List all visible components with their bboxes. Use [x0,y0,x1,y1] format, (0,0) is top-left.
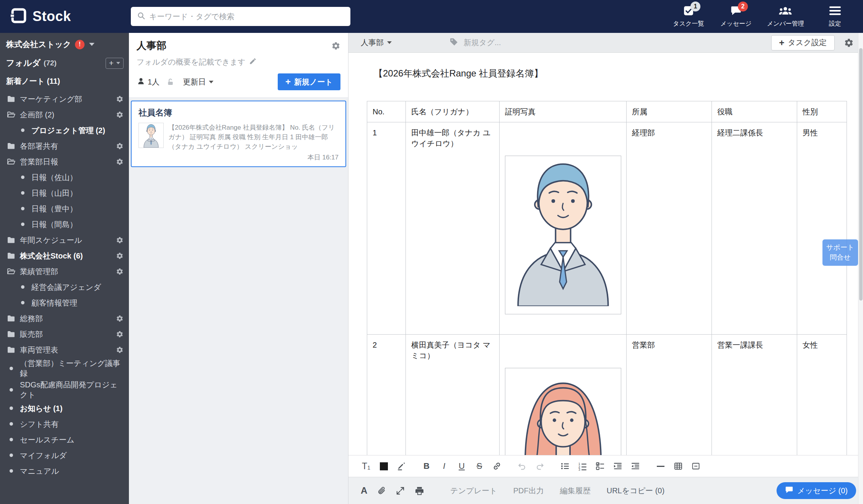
attachment-icon[interactable] [377,486,386,495]
sidebar-folder-item[interactable]: マーケティング部 [0,91,129,107]
outdent-icon[interactable] [629,460,642,472]
sidebar-note-item[interactable]: 日報（佐山） [0,169,129,185]
fullscreen-icon[interactable] [396,486,405,495]
nav-member-management[interactable]: メンバー管理 [767,5,804,28]
template-button[interactable]: テンプレート [450,486,497,496]
global-search[interactable] [131,7,350,26]
sidebar-folder-item[interactable]: 年間スケジュール [0,232,129,248]
message-button[interactable]: メッセージ (0) [777,482,856,499]
sidebar-folder-item[interactable]: 総務部 [0,311,129,326]
indent-icon[interactable] [612,460,624,472]
bold-icon[interactable]: B [420,460,433,472]
vertical-scrollbar[interactable] [858,33,863,504]
sidebar-folder-item[interactable]: 販売部 [0,326,129,342]
nav-task-list[interactable]: 1 タスク一覧 [672,5,705,28]
member-count[interactable]: 1人 [148,77,160,87]
nav-label: メンバー管理 [767,20,804,28]
bullet-list-icon[interactable] [559,460,571,472]
table-header-row: No. 氏名（フリガナ） 証明写真 所属 役職 性別 [367,101,847,122]
gear-icon[interactable] [116,142,124,150]
undo-icon[interactable] [516,460,528,472]
folder-description[interactable]: フォルダの概要を記載できます [137,57,340,67]
sidebar-note-item[interactable]: プロジェクト管理 (2) [0,122,129,138]
folder-icon [6,314,16,323]
sidebar-item-label: 日報（間島） [31,219,124,229]
sidebar-note-item[interactable]: SDGs配慮商品開発プロジェクト [0,379,129,400]
redo-icon[interactable] [534,460,546,472]
gear-icon[interactable] [116,268,124,275]
sidebar-item-label: マーケティング部 [20,94,110,104]
gear-icon[interactable] [116,158,124,166]
task-settings-button[interactable]: + タスク設定 [771,35,835,50]
sidebar-note-item[interactable]: （営業部）ミーティング議事録 [0,358,129,379]
checklist-icon[interactable] [594,460,606,472]
font-style-icon[interactable]: A [361,485,367,496]
sidebar-note-item[interactable]: 経営会議アジェンダ [0,279,129,295]
highlighter-icon[interactable] [395,460,407,472]
gear-icon[interactable] [844,38,854,48]
sidebar-folder-item[interactable]: 営業部日報 [0,154,129,169]
copy-url-button[interactable]: URLをコピー (0) [607,486,664,496]
search-input[interactable] [149,12,344,21]
sidebar-note-item[interactable]: セールスチーム [0,432,129,447]
folder-icon [6,94,16,104]
support-contact-button[interactable]: サポート 問合せ [822,239,858,266]
sidebar-folder-item[interactable]: 業績管理部 [0,263,129,279]
folder-select[interactable]: 人事部 [361,37,392,48]
sidebar-note-item[interactable]: 顧客情報管理 [0,295,129,311]
horizontal-rule-icon[interactable] [655,460,667,472]
sidebar-note-item[interactable]: お知らせ (1) [0,400,129,416]
sidebar-note-item[interactable]: マイフォルダ [0,447,129,463]
font-color-icon[interactable] [378,460,390,472]
ordered-list-icon[interactable]: 123 [576,460,589,472]
scrollbar-thumb[interactable] [859,48,863,301]
sidebar-folder-item[interactable]: 株式会社Stock (6) [0,248,129,263]
pdf-export-button[interactable]: PDF出力 [513,486,544,496]
underline-icon[interactable]: U [456,460,468,472]
new-notes-link[interactable]: 新着ノート (11) [0,71,129,90]
link-icon[interactable] [491,460,503,472]
organization-selector[interactable]: 株式会社ストック ! [0,34,129,52]
cell-name: 田中雄一郎（タナカ ユウイチロウ） [406,122,500,335]
table-icon[interactable] [672,460,684,472]
note-card-selected[interactable]: 社員名簿 【2026年株式会社Range 社員登録名簿】 No. 氏名（フリガナ… [131,101,346,167]
gear-icon[interactable] [116,315,124,322]
gear-icon[interactable] [116,346,124,354]
gear-icon[interactable] [116,95,124,103]
italic-icon[interactable]: I [438,460,450,472]
strikethrough-icon[interactable]: S [473,460,485,472]
note-bullet-icon [18,301,28,304]
gear-icon[interactable] [116,330,124,338]
sidebar-note-item[interactable]: 日報（間島） [0,216,129,232]
sidebar-note-item[interactable]: シフト共有 [0,416,129,432]
sidebar-item-label: マニュアル [20,466,124,476]
add-folder-button[interactable]: + [106,58,124,69]
sidebar-note-item[interactable]: 日報（豊中） [0,201,129,216]
gear-icon[interactable] [116,252,124,260]
gear-icon[interactable] [331,41,340,50]
col-header-name: 氏名（フリガナ） [406,101,500,122]
edit-history-button[interactable]: 編集履歴 [560,486,591,496]
sort-selector[interactable]: 更新日 [183,77,213,87]
stock-app: Stock 1 タスク一覧 [0,0,863,504]
sidebar-folder-item[interactable]: 企画部 (2) [0,107,129,122]
note-bullet-icon [18,223,28,226]
cell-gender: 男性 [797,122,847,335]
lock-open-icon[interactable] [166,78,174,86]
gear-icon[interactable] [116,111,124,119]
sidebar-folder-item[interactable]: 車両管理表 [0,342,129,358]
document-body[interactable]: 【2026年株式会社Range 社員登録名簿】 No. 氏名（フリガナ） 証明写… [348,53,863,455]
chevron-down-icon [89,43,94,46]
toggle-section-icon[interactable] [690,460,702,472]
sidebar-note-item[interactable]: マニュアル [0,463,129,479]
print-icon[interactable] [415,486,424,496]
sidebar-note-item[interactable]: 日報（山田） [0,185,129,201]
nav-settings[interactable]: 設定 [819,5,852,28]
new-tag-input[interactable] [464,38,555,47]
nav-messages[interactable]: 2 メッセージ [720,5,752,28]
text-size-icon[interactable]: T1 [360,460,372,472]
new-note-button[interactable]: + 新規ノート [278,73,340,90]
sidebar-folder-item[interactable]: 各部署共有 [0,138,129,154]
app-logo[interactable]: Stock [10,0,71,33]
gear-icon[interactable] [116,236,124,244]
